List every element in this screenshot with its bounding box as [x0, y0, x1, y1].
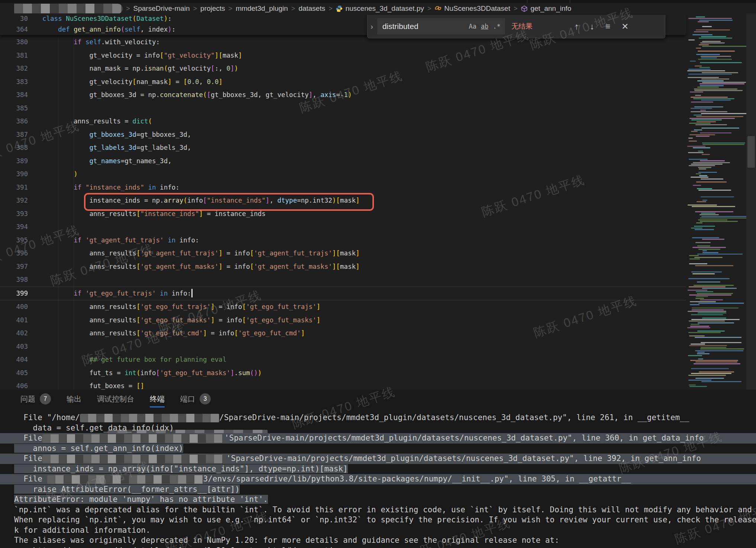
- terminal-line[interactable]: File 3/envs/sparsedrive/lib/python3.8/si…: [0, 474, 756, 484]
- panel-tab-终端[interactable]: 终端: [150, 390, 165, 408]
- scrollbar-thumb[interactable]: [747, 136, 755, 168]
- close-find-button[interactable]: ✕: [621, 22, 629, 31]
- terminal-line[interactable]: annos = self.get_ann_info(index): [0, 444, 756, 454]
- code-line[interactable]: 399 if 'gt_ego_fut_trajs' in info:: [0, 287, 686, 301]
- terminal-line[interactable]: instance_inds = np.array(info["instance_…: [0, 464, 756, 474]
- code-line[interactable]: 388 gt_labels_3d=gt_labels_3d,: [0, 141, 686, 155]
- line-number[interactable]: 400: [0, 300, 28, 314]
- line-number[interactable]: 383: [0, 75, 28, 89]
- line-number[interactable]: 396: [0, 247, 28, 260]
- code-line[interactable]: 400 anns_results['gt_ego_fut_trajs'] = i…: [0, 300, 686, 314]
- terminal-line[interactable]: raise AttributeError(__former_attrs__[at…: [0, 484, 756, 495]
- editor-scrollbar[interactable]: [746, 13, 756, 390]
- find-query-text[interactable]: distributed: [382, 22, 469, 31]
- code-line[interactable]: 404 ## get future box for planning eval: [0, 353, 686, 367]
- breadcrumb-item[interactable]: mmdet3d_plugin: [236, 4, 288, 13]
- terminal[interactable]: File "/home//SparseDrive-main/projects/m…: [0, 413, 756, 548]
- line-number[interactable]: 406: [0, 380, 28, 390]
- code-line[interactable]: 402 anns_results['gt_ego_fut_cmd'] = inf…: [0, 327, 686, 340]
- line-number[interactable]: 386: [0, 115, 28, 128]
- line-number[interactable]: 395: [0, 234, 28, 247]
- terminal-line[interactable]: AttributeError: module 'numpy' has no at…: [0, 494, 756, 505]
- minimap-line: [700, 83, 744, 84]
- code-line[interactable]: 381 gt_velocity = info["gt_velocity"][ma…: [0, 49, 686, 62]
- breadcrumb-item[interactable]: datasets: [298, 4, 325, 13]
- code-line[interactable]: 391 if "instance_inds" in info:: [0, 181, 686, 194]
- code-line[interactable]: 406 fut_boxes = []: [0, 380, 686, 390]
- breadcrumb-item[interactable]: SparseDrive-main: [133, 4, 190, 13]
- code-editor[interactable]: 380 if self.with_velocity:381 gt_velocit…: [0, 13, 756, 390]
- code-line[interactable]: 405 fut_ts = int(info['gt_ego_fut_masks'…: [0, 367, 686, 380]
- code-line[interactable]: 395 if 'gt_agent_fut_trajs' in info:: [0, 234, 686, 247]
- terminal-line[interactable]: File'SparseDrive-main/projects/mmdet3d_p…: [0, 454, 756, 464]
- code-line[interactable]: 382 nan_mask = np.isnan(gt_velocity[:, 0…: [0, 62, 686, 75]
- line-number[interactable]: 382: [0, 62, 28, 75]
- code-line[interactable]: 396 anns_results['gt_agent_fut_trajs'] =…: [0, 247, 686, 260]
- line-number[interactable]: 392: [0, 194, 28, 207]
- code-token: 0: [226, 65, 230, 72]
- line-number[interactable]: 30: [0, 13, 28, 24]
- line-number[interactable]: 385: [0, 102, 28, 115]
- line-number[interactable]: 404: [0, 353, 28, 367]
- find-input[interactable]: distributed Aa ab .*: [377, 18, 505, 35]
- code-line[interactable]: 393 anns_results["instance_inds"] = inst…: [0, 207, 686, 221]
- line-number[interactable]: 387: [0, 128, 28, 142]
- code-line[interactable]: 389 gt_names=gt_names_3d,: [0, 155, 686, 168]
- panel-tab-问题[interactable]: 问题7: [20, 390, 51, 408]
- panel-tab-输出[interactable]: 输出: [67, 390, 81, 408]
- code-line[interactable]: 398: [0, 273, 686, 287]
- find-in-selection-button[interactable]: ≡: [605, 22, 610, 31]
- breadcrumb-item[interactable]: nuscenes_3d_dataset.py: [336, 4, 424, 13]
- breadcrumb-item[interactable]: get_ann_info: [521, 4, 571, 13]
- line-number[interactable]: 397: [0, 260, 28, 274]
- line-number[interactable]: 380: [0, 36, 28, 49]
- breadcrumb-item-label: NuScenes3DDataset: [444, 4, 510, 13]
- line-number[interactable]: 381: [0, 49, 28, 62]
- terminal-line[interactable]: data = self.get_data_info(idx): [0, 423, 756, 433]
- terminal-line[interactable]: https://numpy.org/doc/stable/release/1.2…: [0, 546, 756, 548]
- code-line[interactable]: 392 instance_inds = np.array(info["insta…: [0, 194, 686, 207]
- previous-match-button[interactable]: ↑: [575, 22, 579, 31]
- breadcrumb-censored-item[interactable]: [14, 4, 123, 14]
- code-line[interactable]: 383 gt_velocity[nan_mask] = [0.0, 0.0]: [0, 75, 686, 89]
- terminal-line[interactable]: File "/home//SparseDrive-main/projects/m…: [0, 413, 756, 423]
- line-number[interactable]: 403: [0, 340, 28, 354]
- toggle-replace-icon[interactable]: ›: [368, 22, 377, 31]
- line-number[interactable]: 401: [0, 314, 28, 327]
- terminal-line[interactable]: The aliases was originally deprecated in…: [0, 535, 756, 546]
- line-number[interactable]: 389: [0, 155, 28, 168]
- line-number[interactable]: 405: [0, 367, 28, 380]
- line-number[interactable]: 384: [0, 88, 28, 102]
- terminal-line[interactable]: When replacing `np.int`, you may wish to…: [0, 515, 756, 525]
- terminal-line[interactable]: File'SparseDrive-main/projects/mmdet3d_p…: [0, 433, 756, 444]
- code-line[interactable]: 387 gt_bboxes_3d=gt_bboxes_3d,: [0, 128, 686, 142]
- breadcrumb-item[interactable]: projects: [200, 4, 225, 13]
- line-number[interactable]: 398: [0, 273, 28, 287]
- code-line[interactable]: 384 gt_bboxes_3d = np.concatenate([gt_bb…: [0, 88, 686, 102]
- code-line[interactable]: 386 anns_results = dict(: [0, 115, 686, 128]
- line-number[interactable]: 388: [0, 141, 28, 155]
- code-line[interactable]: 397 anns_results['gt_agent_fut_masks'] =…: [0, 260, 686, 274]
- line-number[interactable]: 393: [0, 207, 28, 221]
- regex-toggle[interactable]: .*: [493, 23, 500, 30]
- line-number[interactable]: 402: [0, 327, 28, 340]
- line-number[interactable]: 394: [0, 220, 28, 234]
- breadcrumb-item[interactable]: NuScenes3DDataset: [434, 4, 510, 13]
- line-number[interactable]: 390: [0, 168, 28, 181]
- match-case-toggle[interactable]: Aa: [469, 23, 476, 30]
- line-number[interactable]: 391: [0, 181, 28, 194]
- code-line[interactable]: 385: [0, 102, 686, 115]
- code-line[interactable]: 394: [0, 220, 686, 234]
- panel-tab-端口[interactable]: 端口3: [180, 390, 211, 408]
- code-line[interactable]: 390 ): [0, 168, 686, 181]
- terminal-line[interactable]: k for additional information.: [0, 525, 756, 536]
- whole-word-toggle[interactable]: ab: [481, 23, 488, 30]
- code-line[interactable]: 403: [0, 340, 686, 354]
- panel-tab-调试控制台[interactable]: 调试控制台: [97, 390, 134, 408]
- code-line[interactable]: 401 anns_results['gt_ego_fut_masks'] = i…: [0, 314, 686, 327]
- terminal-line[interactable]: `np.int` was a deprecated alias for the …: [0, 505, 756, 515]
- line-number[interactable]: 399: [0, 287, 28, 300]
- next-match-button[interactable]: ↓: [590, 22, 594, 31]
- minimap[interactable]: [686, 13, 746, 390]
- line-number[interactable]: 364: [0, 24, 28, 35]
